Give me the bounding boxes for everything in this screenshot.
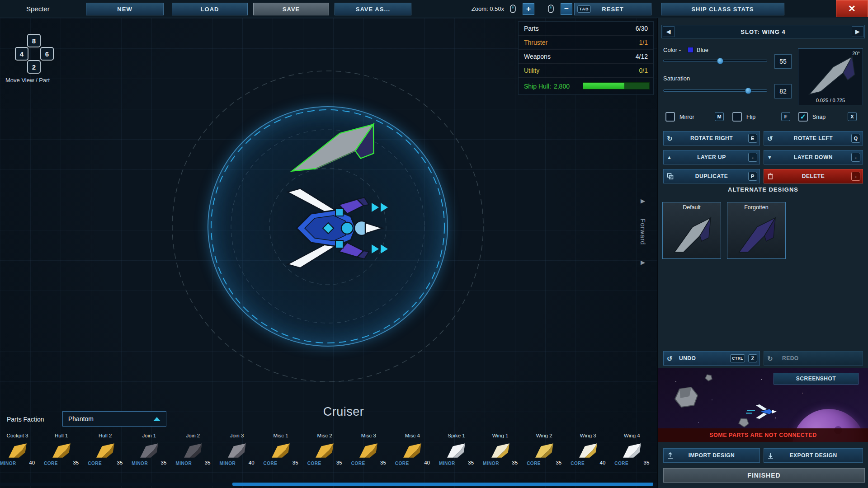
ctrl-key-badge: CTRL xyxy=(730,354,745,362)
saturation-slider-handle[interactable] xyxy=(745,87,751,94)
load-button[interactable]: LOAD xyxy=(172,3,248,15)
part-icon xyxy=(51,442,72,459)
part-stats: CORE 35 xyxy=(39,460,83,467)
part-item[interactable]: Join 1 MINOR 35 xyxy=(127,433,171,467)
save-button[interactable]: SAVE xyxy=(253,3,329,15)
zoom-out-button[interactable]: − xyxy=(561,3,572,15)
layer-down-button[interactable]: ▼ LAYER DOWN - xyxy=(764,150,863,164)
stat-row: Thruster 1/1 xyxy=(519,36,653,50)
import-icon xyxy=(667,452,674,459)
faction-dropdown[interactable]: Phantom xyxy=(62,411,166,427)
alternate-designs-list: Default Forgotten xyxy=(662,202,786,259)
part-stats: MINOR 40 xyxy=(215,460,259,467)
snap-checkbox[interactable]: ✓ xyxy=(798,112,808,122)
ship-class-stats-button[interactable]: SHIP CLASS STATS xyxy=(661,3,784,15)
flip-checkbox[interactable] xyxy=(732,112,742,122)
part-item[interactable]: Misc 1 CORE 35 xyxy=(259,433,303,467)
part-stats: CORE 35 xyxy=(610,460,654,467)
part-name: Spike 1 xyxy=(434,433,478,440)
rotate-right-button[interactable]: ↻ ROTATE RIGHT E xyxy=(663,131,760,145)
numpad-4-key: 4 xyxy=(15,47,28,61)
hull-bar-fill xyxy=(583,83,624,89)
stat-value: 6/30 xyxy=(636,25,648,32)
trash-icon xyxy=(767,173,774,180)
parts-scrollbar-thumb[interactable] xyxy=(232,483,653,486)
part-stats: CORE 40 xyxy=(391,460,434,467)
part-item[interactable]: Hull 2 CORE 35 xyxy=(83,433,127,467)
redo-button[interactable]: ↻ REDO xyxy=(764,351,863,366)
build-stats-panel: Parts 6/30 Thruster 1/1 Weapons 4/12 Uti… xyxy=(518,21,654,95)
part-icon xyxy=(622,442,642,459)
mirror-key-badge: M xyxy=(715,112,724,121)
export-design-label: EXPORT DESIGN xyxy=(789,452,837,459)
part-item[interactable]: Cockpit 3 MINOR 40 xyxy=(0,433,39,467)
part-cost: 35 xyxy=(73,460,79,465)
design-thumbnail[interactable]: Forgotten xyxy=(727,202,786,259)
duplicate-icon xyxy=(667,173,674,180)
selected-wing-part[interactable] xyxy=(285,122,379,176)
part-tier: MINOR xyxy=(132,461,148,466)
numpad-2-key: 2 xyxy=(27,60,41,74)
part-preview-box: 20° 0.025 / 0.725 xyxy=(798,48,863,105)
close-icon: ✕ xyxy=(848,3,856,14)
part-name: Wing 3 xyxy=(566,433,610,440)
rotate-left-button[interactable]: ↺ ROTATE LEFT Q xyxy=(764,131,863,145)
part-item[interactable]: Spike 1 MINOR 35 xyxy=(434,433,478,467)
zoom-level-label: Zoom: 0.50x xyxy=(452,0,504,18)
part-item[interactable]: Wing 3 CORE 40 xyxy=(566,433,610,467)
mouse-scroll-icon xyxy=(510,5,516,13)
saturation-value-box[interactable]: 82 xyxy=(774,84,792,99)
parts-scrollbar-track[interactable] xyxy=(0,483,657,486)
undo-button[interactable]: ↺ UNDO CTRL Z xyxy=(663,351,760,366)
color-slider-handle[interactable] xyxy=(717,57,724,64)
part-item[interactable]: Misc 2 CORE 35 xyxy=(303,433,347,467)
part-cost: 35 xyxy=(380,460,386,465)
saturation-slider[interactable] xyxy=(663,89,767,92)
mini-ship xyxy=(746,404,778,420)
part-item[interactable]: Join 3 MINOR 40 xyxy=(215,433,259,467)
color-value-box[interactable]: 55 xyxy=(774,54,792,69)
part-item[interactable]: Join 2 MINOR 35 xyxy=(171,433,215,467)
ship-assembly[interactable] xyxy=(285,188,393,269)
reset-label: RESET xyxy=(602,6,623,13)
save-as-button[interactable]: SAVE AS... xyxy=(335,3,411,15)
color-slider[interactable] xyxy=(663,60,767,62)
design-thumbnail[interactable]: Default xyxy=(662,202,721,259)
zoom-in-button[interactable]: + xyxy=(523,3,534,15)
close-button[interactable]: ✕ xyxy=(836,0,868,17)
part-stats: CORE 35 xyxy=(522,460,566,467)
finished-button[interactable]: FINISHED xyxy=(663,468,865,483)
screenshot-button[interactable]: SCREENSHOT xyxy=(774,373,859,385)
build-canvas[interactable]: 8 4 6 2 Move View / Part Parts 6/30 Thru… xyxy=(0,18,657,488)
part-icon xyxy=(183,442,203,459)
part-tier: CORE xyxy=(351,461,365,466)
mirror-checkbox[interactable] xyxy=(665,112,675,122)
part-item[interactable]: Wing 4 CORE 35 xyxy=(610,433,654,467)
part-item[interactable]: Misc 4 CORE 40 xyxy=(391,433,434,467)
hull-label: Ship Hull: xyxy=(524,83,551,90)
part-item[interactable]: Wing 1 MINOR 35 xyxy=(478,433,522,467)
part-stats: MINOR 40 xyxy=(0,460,39,467)
delete-button[interactable]: DELETE - xyxy=(764,169,863,183)
layer-up-button[interactable]: ▲ LAYER UP - xyxy=(663,150,760,164)
flip-label: Flip xyxy=(746,114,755,120)
reset-button[interactable]: TAB RESET xyxy=(574,3,651,15)
z-key-badge: Z xyxy=(748,354,757,362)
slot-prev-button[interactable]: ◀ xyxy=(663,26,675,37)
snap-key-badge: X xyxy=(848,112,857,121)
export-design-button[interactable]: EXPORT DESIGN xyxy=(764,448,863,463)
new-button[interactable]: NEW xyxy=(86,3,164,15)
stat-label: Thruster xyxy=(524,39,547,46)
import-design-button[interactable]: IMPORT DESIGN xyxy=(663,448,760,463)
duplicate-button[interactable]: DUPLICATE P xyxy=(663,169,760,183)
slot-next-button[interactable]: ▶ xyxy=(852,26,863,37)
part-item[interactable]: Misc 3 CORE 35 xyxy=(347,433,391,467)
duplicate-key-badge: P xyxy=(748,172,757,181)
alternate-designs-title: ALTERNATE DESIGNS xyxy=(658,186,868,193)
part-item[interactable]: Wing 2 CORE 35 xyxy=(522,433,566,467)
part-name: Hull 1 xyxy=(39,433,83,440)
part-item[interactable]: Hull 1 CORE 35 xyxy=(39,433,83,467)
part-icon xyxy=(578,442,599,459)
parts-faction-label: Parts Faction xyxy=(7,412,44,427)
part-icon xyxy=(7,442,28,459)
